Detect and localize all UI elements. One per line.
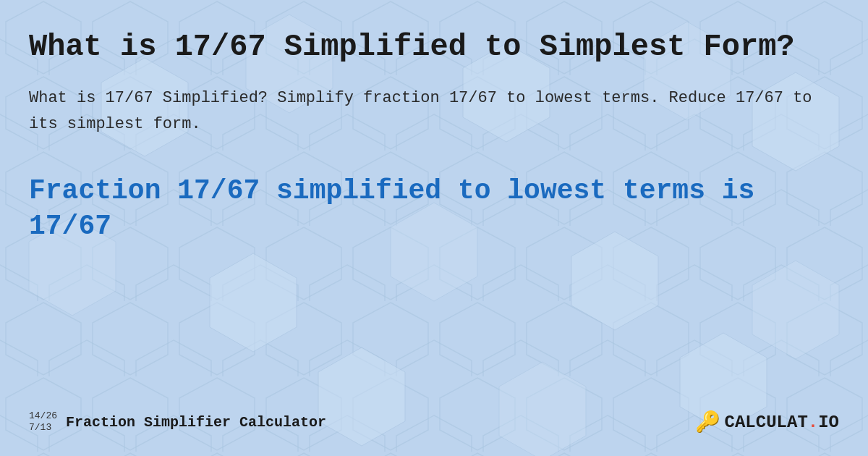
logo-text: CALCULAT.IO [725, 413, 839, 432]
footer-fraction-1: 14/26 [29, 410, 57, 422]
logo-icon: 🔑 [695, 410, 720, 434]
result-section: Fraction 17/67 simplified to lowest term… [29, 166, 839, 402]
result-text: Fraction 17/67 simplified to lowest term… [29, 173, 839, 245]
footer: 14/26 7/13 Fraction Simplifier Calculato… [29, 402, 839, 434]
footer-logo: 🔑 CALCULAT.IO [695, 410, 839, 434]
logo-dot: . [808, 413, 818, 432]
footer-label: Fraction Simplifier Calculator [66, 414, 326, 431]
description-text: What is 17/67 Simplified? Simplify fract… [29, 85, 839, 136]
footer-fraction-2: 7/13 [29, 422, 57, 434]
page-title: What is 17/67 Simplified to Simplest For… [29, 29, 839, 65]
footer-fractions: 14/26 7/13 [29, 410, 57, 433]
page-content: What is 17/67 Simplified to Simplest For… [0, 0, 868, 456]
